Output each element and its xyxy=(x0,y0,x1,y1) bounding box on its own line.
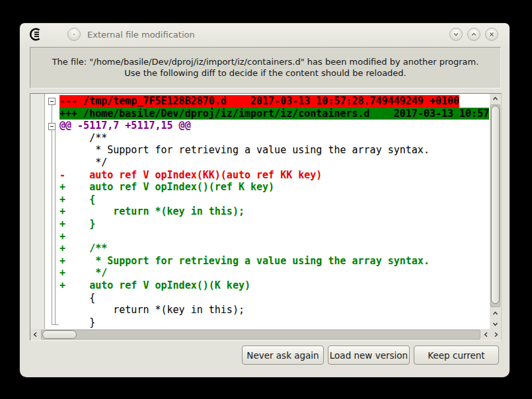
dialog-button-row: Never ask again Load new version Keep cu… xyxy=(242,345,499,365)
diff-line-add: + return *(key in this); xyxy=(59,205,490,218)
diff-line-add: + xyxy=(59,231,490,243)
coedit-logo-icon xyxy=(29,28,42,41)
minimize-button[interactable] xyxy=(449,28,463,41)
scroll-left-button[interactable] xyxy=(481,329,491,340)
horizontal-scroll-track[interactable] xyxy=(41,330,480,340)
diff-text-area[interactable]: --- /tmp/temp_7F5E128B2870.d 2017-03-13 … xyxy=(30,94,490,329)
diff-line-hunk: @@ -5117,7 +5117,15 @@ xyxy=(59,120,490,132)
maximize-button[interactable] xyxy=(467,28,480,41)
diff-line-file-add: +++ /home/basile/Dev/dproj/iz/import/iz/… xyxy=(59,108,490,120)
scroll-right-button[interactable] xyxy=(491,329,501,340)
close-button[interactable] xyxy=(485,28,498,41)
chevron-up-icon xyxy=(492,310,498,316)
diff-line-add: + * Support for retrieving a value using… xyxy=(59,255,490,268)
horizontal-scroll-thumb[interactable] xyxy=(42,330,77,339)
diff-viewer: --- /tmp/temp_7F5E128B2870.d 2017-03-13 … xyxy=(30,93,502,341)
vertical-scroll-track[interactable] xyxy=(490,104,500,307)
diff-line-context: /** xyxy=(59,132,490,145)
fold-margin xyxy=(45,94,59,329)
fold-scope-line xyxy=(52,105,52,324)
diff-line-del: - auto ref V opIndex(KK)(auto ref KK key… xyxy=(59,169,490,182)
diff-line-context: { xyxy=(59,292,490,305)
vertical-scroll-thumb[interactable] xyxy=(491,106,500,304)
diff-line-add: + } xyxy=(59,218,490,231)
scroll-down-button[interactable] xyxy=(490,318,501,329)
vertical-stepper-pair xyxy=(490,308,501,329)
diff-line-file-del: --- /tmp/temp_7F5E128B2870.d 2017-03-13 … xyxy=(59,95,490,108)
diff-line-add: + auto ref V opIndex()(K key) xyxy=(59,279,490,292)
diff-line-context: } xyxy=(59,316,490,329)
diff-line-context: return *(key in this); xyxy=(59,304,490,316)
window-controls xyxy=(449,28,498,41)
fold-scope-end xyxy=(55,324,59,325)
title-bar[interactable]: External file modification xyxy=(20,23,510,46)
scroll-up-button[interactable] xyxy=(490,94,501,104)
diff-line-context: * Support for retrieving a value using t… xyxy=(59,144,490,157)
chevron-up-icon xyxy=(492,96,498,102)
fold-scope-line xyxy=(55,130,56,324)
keep-current-button[interactable]: Keep current xyxy=(414,345,499,365)
close-icon xyxy=(488,31,495,38)
window-title: External file modification xyxy=(87,30,449,40)
chevron-left-icon xyxy=(32,332,38,338)
diff-line-context: */ xyxy=(59,157,490,169)
never-ask-again-button[interactable]: Never ask again xyxy=(242,345,324,365)
window-menu-button[interactable] xyxy=(67,28,81,41)
fold-collapse-icon[interactable] xyxy=(48,98,56,105)
diff-line-add: + auto ref V opIndex()(ref K key) xyxy=(59,181,490,194)
chevron-down-icon xyxy=(492,321,498,327)
scroll-left-button[interactable] xyxy=(30,329,40,340)
horizontal-scrollbar[interactable] xyxy=(30,329,501,340)
message-panel: The file: "/home/basile/Dev/dproj/iz/imp… xyxy=(30,47,501,89)
diff-line-add: + /** xyxy=(59,242,490,255)
chevron-down-icon xyxy=(453,31,459,38)
horizontal-stepper-pair xyxy=(481,329,501,340)
menu-dot-icon xyxy=(73,34,75,35)
load-new-version-button[interactable]: Load new version xyxy=(328,345,410,365)
scroll-up-button[interactable] xyxy=(490,308,501,318)
diff-line-add: + { xyxy=(59,194,490,206)
diff-lines: --- /tmp/temp_7F5E128B2870.d 2017-03-13 … xyxy=(59,94,490,329)
message-line-1: The file: "/home/basile/Dev/dproj/iz/imp… xyxy=(52,57,479,68)
diff-line-add: + */ xyxy=(59,267,490,279)
vertical-scrollbar[interactable] xyxy=(490,94,501,329)
editor-gutter xyxy=(30,94,45,329)
chevron-right-icon xyxy=(493,332,499,338)
message-line-2: Use the following diff to decide if the … xyxy=(124,68,406,79)
fold-collapse-icon[interactable] xyxy=(48,123,56,130)
external-file-modification-dialog: External file modification The file: "/h… xyxy=(20,23,510,377)
chevron-left-icon xyxy=(483,332,489,338)
chevron-up-icon xyxy=(471,31,477,38)
